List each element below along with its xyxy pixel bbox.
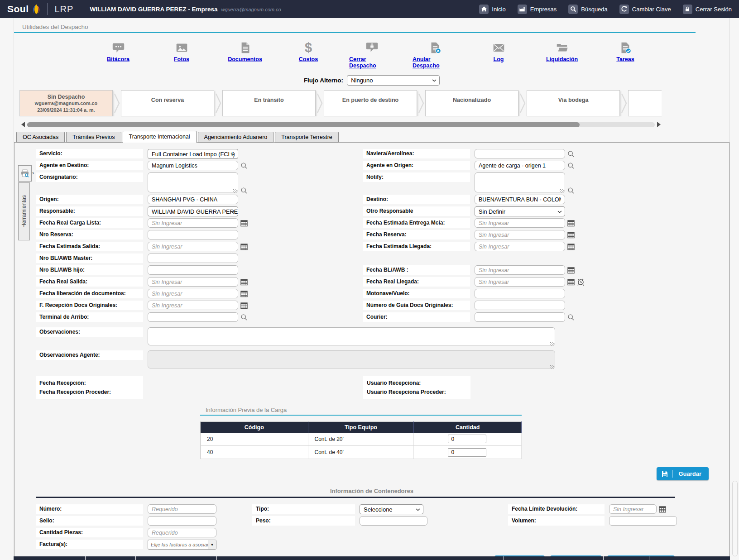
origen-input[interactable] [148, 195, 238, 204]
util-bitacora[interactable]: Bitácora [96, 40, 141, 69]
chat-bubble-icon[interactable] [112, 40, 125, 54]
fecha-limite-devolucion-input[interactable] [609, 504, 657, 514]
stage-en-transito[interactable]: En tránsito [222, 90, 316, 116]
envelope-icon[interactable] [493, 40, 505, 54]
calendar-icon[interactable] [567, 278, 575, 286]
calendar-icon[interactable] [240, 278, 248, 286]
courier-input[interactable] [475, 312, 565, 322]
nav-item-inicio[interactable]: Inicio [479, 5, 505, 14]
documentos-link[interactable]: Documentos [228, 56, 262, 62]
folder-icon[interactable] [556, 40, 568, 54]
alarm-clock-icon[interactable] [577, 278, 585, 286]
fecha-real-carga-lista-input[interactable] [148, 218, 238, 228]
log-link[interactable]: Log [494, 56, 504, 62]
calendar-icon[interactable] [240, 290, 248, 297]
search-icon[interactable] [240, 187, 248, 194]
search-icon[interactable] [567, 162, 575, 169]
util-log[interactable]: Log [476, 40, 521, 69]
nav-item-empresas[interactable]: Empresas [518, 5, 557, 14]
fecha-estimada-salida-input[interactable] [148, 242, 238, 251]
nav-item-cambiar-clave[interactable]: Cambiar Clave [619, 5, 671, 14]
motonave-vuelo-input[interactable] [475, 289, 565, 298]
tareas-link[interactable]: Tareas [616, 56, 634, 62]
dollar-icon[interactable]: $ [305, 40, 312, 54]
nro-reserva-input[interactable] [148, 230, 238, 239]
lock-bubble-icon[interactable] [366, 40, 378, 54]
stage-con-reserva[interactable]: Con reserva [121, 90, 214, 116]
search-icon[interactable] [240, 162, 248, 169]
nro-bl-awb-hijo-input[interactable] [148, 265, 238, 275]
notify-textarea[interactable] [475, 172, 565, 192]
search-icon[interactable] [567, 187, 575, 194]
document-cancel-icon[interactable] [429, 40, 441, 54]
print-search-button[interactable] [18, 165, 32, 182]
scroll-left-arrow[interactable] [21, 122, 25, 127]
guardar-carga-button[interactable]: Guardar [657, 467, 709, 480]
tab-tramites-previos[interactable]: Trámites Previos [66, 132, 121, 143]
calendar-icon[interactable] [567, 231, 575, 239]
observaciones-textarea[interactable] [148, 327, 555, 345]
util-documentos[interactable]: Documentos [222, 40, 268, 69]
cantidad-piezas-input[interactable] [148, 528, 216, 537]
otro-responsable-select[interactable]: Sin Definir [475, 206, 565, 216]
numero-contenedor-input[interactable] [148, 504, 216, 514]
dropdown-arrow-icon[interactable]: ▼ [208, 540, 216, 549]
fecha-liberacion-documentos-input[interactable] [148, 289, 238, 298]
stage-via-bodega[interactable]: Vía bodega [527, 90, 620, 116]
calendar-icon[interactable] [567, 267, 575, 274]
fecha-real-llegada-input[interactable] [475, 277, 565, 287]
util-cerrar-despacho[interactable]: Cerrar Despacho [349, 40, 394, 69]
calendar-icon[interactable] [240, 302, 248, 309]
search-icon[interactable] [567, 314, 575, 321]
responsable-select[interactable]: WILLIAM DAVID GUERRA PEREZ [148, 206, 238, 216]
fecha-reserva-input[interactable] [475, 230, 565, 239]
tab-transporte-terrestre[interactable]: Transporte Terrestre [275, 132, 339, 143]
agente-origen-input[interactable] [475, 161, 565, 170]
tab-agenciamiento-aduanero[interactable]: Agenciamiento Aduanero [198, 132, 274, 143]
scrollbar-thumb[interactable] [27, 122, 580, 127]
scrollbar-track[interactable] [27, 122, 655, 127]
document-icon[interactable] [239, 40, 251, 54]
volumen-input[interactable] [609, 516, 677, 526]
costos-link[interactable]: Costos [299, 56, 318, 62]
stage-partial[interactable] [628, 90, 662, 116]
search-icon[interactable] [240, 314, 248, 321]
fecha-estimada-entrega-input[interactable] [475, 218, 565, 228]
stage-nacionalizado[interactable]: Nacionalizado [425, 90, 518, 116]
stage-sin-despacho[interactable]: Sin Despacho wguerra@magnum.com.co 23/09… [19, 90, 113, 116]
numero-guia-docs-input[interactable] [475, 301, 565, 310]
destino-input[interactable] [475, 195, 565, 204]
calendar-icon[interactable] [240, 243, 248, 250]
liquidacion-link[interactable]: Liquidación [546, 56, 578, 62]
anular-despacho-link[interactable]: Anular Despacho [413, 56, 458, 69]
fecha-real-salida-input[interactable] [148, 277, 238, 287]
fecha-estimada-llegada-input[interactable] [475, 242, 565, 251]
tab-oc-asociadas[interactable]: OC Asociadas [16, 132, 65, 143]
document-check-icon[interactable] [619, 40, 632, 54]
photo-icon[interactable] [176, 40, 188, 54]
terminal-arribo-input[interactable] [148, 312, 238, 322]
util-anular-despacho[interactable]: Anular Despacho [413, 40, 458, 69]
herramientas-vertical-tab[interactable]: Herramientas [18, 182, 30, 240]
util-liquidacion[interactable]: Liquidación [539, 40, 585, 69]
scroll-right-arrow[interactable] [657, 122, 661, 127]
sello-input[interactable] [148, 516, 216, 526]
facturas-combobox[interactable]: Elije las facturas a asociar ▼ [148, 540, 216, 550]
nav-item-cerrar-sesion[interactable]: Cerrar Sesión [683, 5, 732, 14]
flujo-alterno-select[interactable]: Ninguno [347, 75, 440, 86]
calendar-icon[interactable] [567, 220, 575, 227]
expand-chevron-icon[interactable]: › [32, 170, 34, 176]
peso-input[interactable] [360, 516, 427, 526]
agente-destino-input[interactable] [148, 161, 238, 170]
nav-item-busqueda[interactable]: Búsqueda [568, 5, 608, 14]
cantidad-20-input[interactable] [448, 435, 486, 443]
fotos-link[interactable]: Fotos [174, 56, 189, 62]
servicio-select[interactable]: Full Container Load Impo (FCLI) [148, 149, 238, 159]
search-icon[interactable] [567, 150, 575, 158]
util-fotos[interactable]: Fotos [159, 40, 204, 69]
calendar-icon[interactable] [240, 220, 248, 227]
cantidad-40-input[interactable] [448, 448, 486, 457]
naviera-aerolinea-input[interactable] [475, 149, 565, 158]
vertical-scrollbar[interactable] [732, 481, 738, 556]
fecha-bl-awb-input[interactable] [475, 265, 565, 275]
